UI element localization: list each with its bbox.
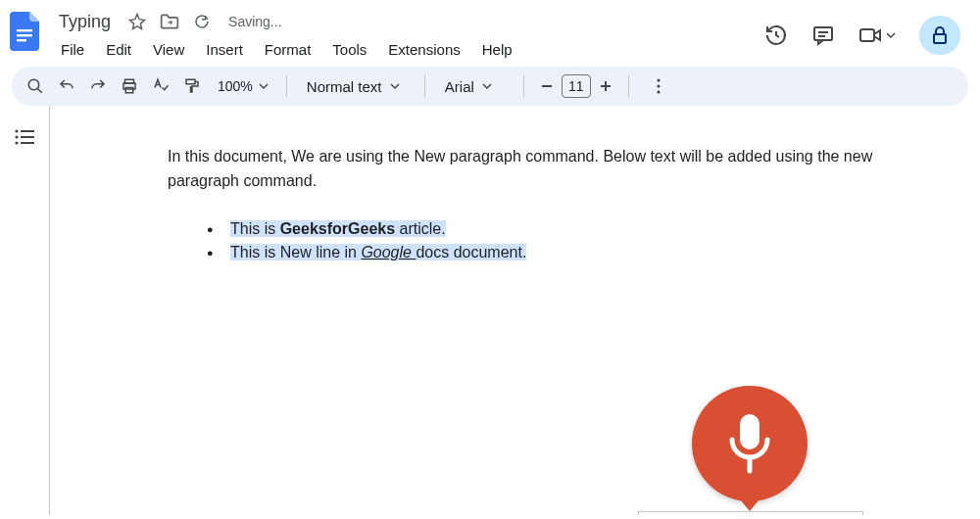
menu-help[interactable]: Help [474, 37, 520, 62]
svg-rect-25 [21, 142, 34, 144]
text-bold: GeeksforGeeks [280, 220, 395, 237]
paragraph-style-value: Normal text [307, 78, 382, 95]
svg-rect-2 [17, 39, 26, 41]
voice-heard-tooltip: Docs heard: 'Create bulletin list' [638, 511, 863, 515]
menu-extensions[interactable]: Extensions [380, 37, 467, 62]
menu-tools[interactable]: Tools [324, 37, 374, 62]
spellcheck-icon[interactable] [147, 72, 174, 100]
print-icon[interactable] [116, 72, 143, 100]
svg-point-18 [657, 84, 660, 87]
list-item: This is New line in Google docs document… [211, 241, 903, 265]
saving-status: Saving... [228, 14, 281, 29]
microphone-icon [724, 410, 775, 477]
menu-format[interactable]: Format [257, 37, 319, 62]
outline-icon[interactable] [15, 129, 34, 149]
paint-format-icon[interactable] [178, 72, 206, 100]
svg-rect-3 [814, 27, 832, 40]
svg-rect-26 [740, 414, 760, 449]
font-value: Arial [445, 78, 474, 95]
font-size-group [534, 73, 618, 99]
search-icon[interactable] [22, 72, 49, 100]
svg-rect-1 [17, 34, 32, 36]
body: In this document, We are using the New p… [0, 106, 980, 515]
list-item: This is GeeksforGeeks article. [211, 217, 903, 242]
svg-point-19 [657, 90, 660, 93]
share-lock-button[interactable] [919, 16, 960, 55]
menu-bar: File Edit View Insert Format Tools Exten… [53, 37, 764, 62]
cloud-status-icon[interactable] [193, 13, 211, 30]
divider [286, 75, 287, 97]
toolbar: 100% Normal text Arial [12, 67, 968, 106]
font-select[interactable]: Arial [435, 78, 514, 95]
page: In this document, We are using the New p… [50, 106, 903, 265]
zoom-select[interactable]: 100% [210, 78, 276, 94]
docs-logo[interactable] [8, 12, 43, 51]
left-rail [0, 106, 49, 515]
bullet-list: This is GeeksforGeeks article. This is N… [168, 217, 903, 266]
header-actions [764, 8, 968, 55]
move-icon[interactable] [160, 13, 179, 30]
history-icon[interactable] [764, 24, 788, 47]
svg-rect-7 [934, 34, 946, 43]
text: This is New line in [230, 244, 361, 260]
svg-point-24 [15, 141, 18, 144]
menu-view[interactable]: View [145, 37, 192, 62]
comment-icon[interactable] [811, 24, 835, 47]
divider [628, 75, 629, 97]
paragraph-style-select[interactable]: Normal text [297, 78, 415, 95]
menu-edit[interactable]: Edit [98, 37, 139, 62]
document-area[interactable]: In this document, We are using the New p… [49, 106, 980, 515]
star-icon[interactable] [128, 13, 146, 30]
chevron-down-icon [886, 30, 896, 40]
svg-rect-23 [21, 136, 34, 138]
svg-point-20 [15, 129, 18, 132]
font-size-increase[interactable] [593, 73, 618, 99]
chevron-down-icon [259, 81, 269, 91]
chevron-down-icon [390, 81, 400, 91]
svg-rect-21 [21, 130, 34, 132]
chevron-down-icon [482, 81, 492, 91]
font-size-input[interactable] [562, 74, 591, 98]
divider [523, 75, 524, 97]
svg-line-9 [37, 88, 42, 93]
app-header: Typing Saving... File Edit View Insert F… [0, 0, 980, 63]
svg-point-22 [15, 135, 18, 138]
menu-insert[interactable]: Insert [198, 37, 251, 62]
svg-point-8 [28, 79, 39, 90]
text: This is [230, 220, 280, 237]
intro-paragraph: In this document, We are using the New p… [168, 145, 893, 194]
voice-typing-button[interactable] [692, 386, 808, 501]
svg-rect-6 [860, 29, 874, 41]
redo-icon[interactable] [84, 72, 112, 100]
text: article. [395, 220, 446, 237]
font-size-decrease[interactable] [534, 73, 560, 99]
doc-title[interactable]: Typing [53, 10, 117, 34]
text: docs document. [416, 244, 526, 260]
divider [424, 75, 425, 97]
svg-rect-13 [186, 79, 195, 84]
toolbar-container: 100% Normal text Arial [0, 63, 980, 106]
svg-rect-0 [17, 29, 32, 31]
svg-point-17 [657, 78, 660, 81]
undo-icon[interactable] [53, 72, 80, 100]
zoom-value: 100% [218, 78, 253, 94]
title-area: Typing Saving... File Edit View Insert F… [53, 8, 764, 62]
more-icon[interactable] [645, 72, 672, 100]
text-link: Google [361, 244, 416, 260]
meet-button[interactable] [858, 24, 896, 46]
menu-file[interactable]: File [53, 37, 92, 62]
